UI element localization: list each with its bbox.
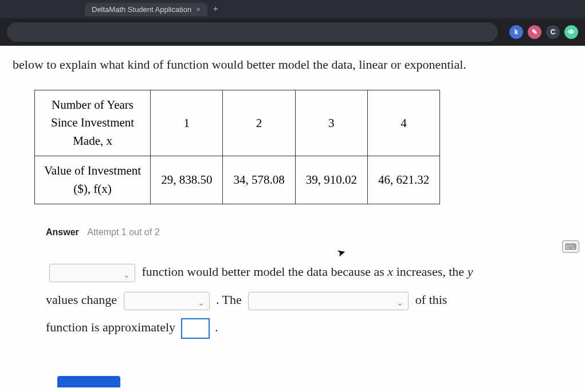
browser-toolbar: k ✎ C 👁 [0,18,585,46]
var-y: y [468,264,473,279]
tab-title: DeltaMath Student Application [92,5,191,14]
extension-icon-k[interactable]: k [509,25,523,39]
extension-icon-pin[interactable]: ✎ [528,25,541,39]
row-header-fx: Value of Investment($), f(x) [35,156,151,204]
sentence-text: function is approximately [46,320,175,334]
sentence-text: increases, the [396,264,465,279]
table-cell: 46, 621.32 [367,156,439,204]
table-cell: 2 [223,90,295,156]
row-header-x: Number of YearsSince InvestmentMade, x [35,90,151,156]
table-cell: 4 [367,90,439,156]
rate-term-dropdown[interactable] [248,292,409,310]
submit-button[interactable] [57,376,120,387]
answer-sentence: function would better model the data bec… [46,258,572,341]
attempt-counter: Attempt 1 out of 2 [87,227,159,237]
sentence-text: function would better model the data bec… [142,264,384,279]
address-bar[interactable] [7,22,498,42]
table-row: Value of Investment($), f(x) 29, 838.50 … [35,156,440,204]
extension-icon-c[interactable]: C [546,25,560,39]
keyboard-icon[interactable] [562,240,579,253]
sentence-text: . The [216,292,242,307]
page-content: below to explain what kind of function w… [0,46,585,392]
table-cell: 29, 838.50 [151,156,223,204]
table-cell: 39, 910.02 [295,156,367,204]
question-prompt: below to explain what kind of function w… [13,56,572,74]
sentence-text: values change [46,292,117,307]
answer-header: Answer Attempt 1 out of 2 [46,227,572,237]
value-input[interactable] [181,318,210,339]
change-type-dropdown[interactable] [124,292,210,310]
extension-icon-eye[interactable]: 👁 [564,25,578,39]
table-cell: 34, 578.08 [223,156,295,204]
table-row: Number of YearsSince InvestmentMade, x 1… [35,90,440,156]
data-table: Number of YearsSince InvestmentMade, x 1… [34,90,440,205]
function-type-dropdown[interactable] [49,264,135,282]
sentence-text: of this [415,292,447,307]
browser-tab[interactable]: DeltaMath Student Application × [85,3,207,16]
table-cell: 1 [151,90,223,156]
sentence-text: . [215,320,218,334]
answer-section: Answer Attempt 1 out of 2 function would… [46,227,572,341]
browser-tab-strip: DeltaMath Student Application × + [0,0,585,18]
answer-label: Answer [46,227,79,237]
close-tab-icon[interactable]: × [196,5,201,14]
table-cell: 3 [295,90,367,156]
var-x: x [387,264,393,279]
new-tab-button[interactable]: + [207,2,224,17]
